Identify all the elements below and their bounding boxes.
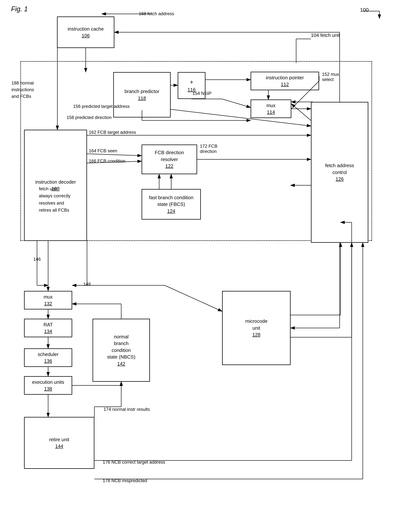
rat-title: RAT [43, 321, 53, 328]
branch-predictor-box: branch predictor 118 [113, 72, 171, 117]
execution-units-box: execution units 138 [24, 376, 72, 395]
scheduler-box: scheduler 136 [24, 348, 72, 367]
label-146: 146 [33, 257, 41, 262]
label-174: 174 normal instr results [104, 407, 150, 412]
label-154: 154 NSIP [192, 91, 211, 96]
label-fetch-note: fetch unitalways correctlyresolves andre… [39, 185, 70, 214]
label-162: 162 FCB target address [89, 130, 136, 135]
scheduler-ref: 136 [44, 358, 52, 364]
fbcs-title: fast branch conditionstate (FBCS) [149, 194, 193, 208]
instruction-decoder-title: instruction decoder [35, 179, 76, 185]
instruction-cache-box: instruction cache 106 [57, 17, 114, 48]
execution-units-ref: 138 [44, 386, 52, 392]
fbcs-ref: 124 [167, 208, 175, 214]
fcb-resolver-box: FCB directionresolver 122 [142, 145, 197, 174]
microcode-unit-ref: 128 [252, 331, 260, 338]
label-168: 168 fetch address [139, 11, 174, 16]
microcode-unit-title: microcodeunit [245, 318, 267, 331]
microcode-unit-box: microcodeunit 128 [222, 291, 291, 365]
fig-label: Fig. 1 [11, 5, 28, 13]
mux-114-box: mux 114 [251, 100, 291, 118]
mux-114-ref: 114 [267, 109, 275, 115]
svg-line-32 [165, 285, 222, 311]
rat-box: RAT 134 [24, 319, 72, 337]
label-158: 158 predicted direction [67, 115, 111, 120]
fcb-resolver-ref: 122 [165, 163, 173, 169]
instruction-pointer-ref: 112 [281, 81, 289, 88]
instruction-cache-ref: 106 [82, 32, 90, 39]
label-164: 164 FCB seen [89, 148, 117, 153]
rat-ref: 134 [44, 328, 52, 335]
label-178: 178 NCB mispredicted [103, 478, 147, 483]
label-156: 156 predicted target address [73, 104, 130, 109]
retire-unit-box: retire unit 144 [24, 417, 94, 469]
label-166: 166 FCB condition [89, 158, 125, 164]
branch-predictor-ref: 118 [138, 95, 146, 101]
diagram-container: Fig. 1 100 104 fetch unit 188 normalinst… [0, 0, 402, 532]
instruction-pointer-title: instruction pointer [266, 74, 304, 81]
instruction-cache-title: instruction cache [68, 25, 104, 32]
nbcs-ref: 142 [117, 361, 125, 367]
mux-132-box: mux 132 [24, 291, 72, 310]
retire-unit-ref: 144 [55, 443, 63, 450]
label-176: 176 NCB correct target address [103, 460, 165, 465]
mux-132-ref: 132 [44, 300, 52, 307]
mux-114-title: mux [266, 102, 275, 109]
label-152: 152 muxselect [322, 72, 339, 82]
nbcs-box: normalbranchconditionstate (NBCS) 142 [93, 319, 150, 382]
ref-100: 100 [360, 7, 369, 13]
branch-predictor-title: branch predictor [124, 88, 159, 95]
nbcs-title: normalbranchconditionstate (NBCS) [107, 333, 135, 361]
label-188: 188 normalinstructionsand FCBs [12, 80, 34, 100]
fetch-unit-label: 104 fetch unit [311, 32, 340, 38]
fetch-address-control-title: fetch addresscontrol [325, 162, 354, 176]
scheduler-title: scheduler [38, 351, 59, 358]
label-172: 172 FCBdirection [200, 144, 217, 154]
fetch-address-control-ref: 126 [335, 176, 344, 182]
adder-title: + [190, 78, 193, 86]
retire-unit-title: retire unit [49, 436, 69, 443]
fetch-address-control-box: fetch addresscontrol 126 [311, 102, 368, 243]
fbcs-box: fast branch conditionstate (FBCS) 124 [142, 189, 201, 220]
execution-units-title: execution units [32, 379, 64, 386]
instruction-pointer-box: instruction pointer 112 [251, 72, 319, 90]
fcb-resolver-title: FCB directionresolver [155, 149, 184, 163]
mux-132-title: mux [43, 293, 53, 300]
label-148: 148 [83, 282, 91, 287]
